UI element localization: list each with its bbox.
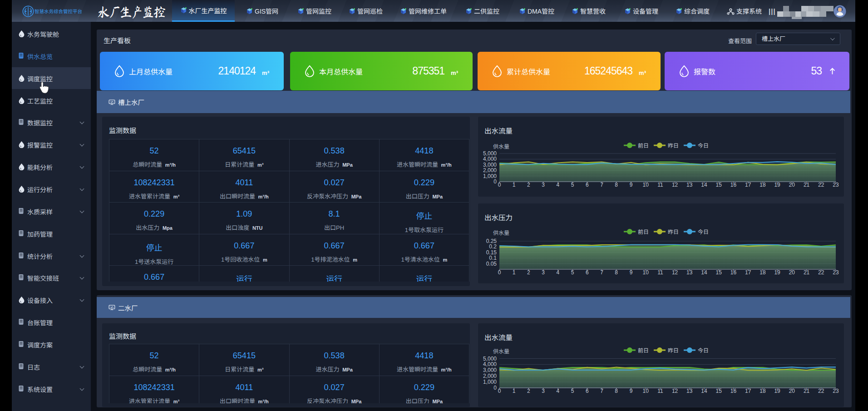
svg-text:12: 12	[672, 388, 678, 394]
svg-text:10: 10	[643, 182, 649, 188]
svg-text:今日: 今日	[698, 143, 709, 149]
svg-text:8: 8	[615, 388, 618, 394]
svg-text:8: 8	[615, 269, 618, 276]
svg-text:今日: 今日	[698, 229, 709, 235]
svg-text:11: 11	[657, 269, 663, 276]
svg-text:20: 20	[789, 269, 795, 276]
svg-text:1: 1	[513, 182, 516, 188]
svg-text:11: 11	[657, 182, 663, 188]
svg-text:23: 23	[833, 182, 839, 188]
svg-text:昨日: 昨日	[668, 229, 679, 235]
svg-text:7: 7	[600, 182, 603, 188]
svg-text:12: 12	[672, 269, 678, 276]
svg-text:9: 9	[630, 388, 633, 394]
svg-text:5: 5	[571, 269, 574, 276]
svg-text:1: 1	[513, 269, 516, 276]
svg-text:2: 2	[527, 182, 530, 188]
svg-text:12: 12	[672, 182, 678, 188]
svg-text:2: 2	[527, 269, 530, 276]
svg-text:8: 8	[615, 182, 618, 188]
svg-text:9: 9	[630, 269, 633, 276]
svg-text:前日: 前日	[638, 143, 649, 149]
svg-text:19: 19	[774, 388, 780, 394]
svg-text:前日: 前日	[638, 347, 649, 354]
svg-text:3: 3	[542, 182, 545, 188]
svg-text:15: 15	[716, 269, 722, 276]
svg-text:20: 20	[789, 182, 795, 188]
svg-text:2,000: 2,000	[483, 373, 497, 379]
svg-text:20: 20	[789, 388, 795, 394]
svg-text:19: 19	[774, 269, 780, 276]
svg-text:22: 22	[818, 388, 824, 394]
svg-text:19: 19	[774, 182, 780, 188]
svg-text:4: 4	[557, 388, 560, 394]
svg-text:2: 2	[527, 388, 530, 394]
svg-text:14: 14	[701, 182, 707, 188]
svg-text:7: 7	[600, 388, 603, 394]
svg-text:昨日: 昨日	[668, 347, 679, 354]
svg-text:23: 23	[833, 269, 839, 276]
svg-text:21: 21	[804, 269, 810, 276]
svg-text:16: 16	[730, 388, 737, 394]
svg-text:9: 9	[630, 182, 633, 188]
svg-text:3: 3	[542, 388, 545, 394]
svg-text:17: 17	[745, 388, 751, 394]
svg-text:0: 0	[493, 178, 497, 185]
svg-text:1: 1	[513, 388, 516, 394]
svg-text:4: 4	[557, 182, 560, 188]
svg-text:10: 10	[643, 388, 649, 394]
svg-text:13: 13	[686, 182, 693, 188]
svg-text:5,000: 5,000	[483, 356, 497, 362]
svg-text:5: 5	[571, 388, 574, 394]
svg-text:14: 14	[701, 269, 707, 276]
svg-text:10: 10	[643, 269, 649, 276]
svg-text:17: 17	[745, 269, 751, 276]
svg-text:今日: 今日	[698, 347, 709, 354]
svg-text:5: 5	[571, 182, 574, 188]
svg-text:6: 6	[586, 182, 589, 188]
svg-text:22: 22	[818, 269, 824, 276]
svg-text:15: 15	[716, 182, 722, 188]
svg-text:0: 0	[498, 182, 501, 188]
svg-text:4,000: 4,000	[483, 361, 497, 367]
svg-text:1,000: 1,000	[483, 379, 497, 385]
svg-text:17: 17	[745, 182, 751, 188]
svg-text:7: 7	[600, 269, 603, 276]
svg-text:昨日: 昨日	[668, 143, 679, 149]
svg-text:21: 21	[804, 388, 810, 394]
svg-text:11: 11	[657, 388, 663, 394]
svg-text:18: 18	[760, 182, 766, 188]
svg-text:6: 6	[586, 388, 589, 394]
svg-text:0: 0	[498, 388, 501, 394]
svg-text:6: 6	[586, 269, 589, 276]
svg-text:13: 13	[686, 388, 693, 394]
svg-text:前日: 前日	[638, 229, 649, 235]
svg-text:15: 15	[716, 388, 722, 394]
svg-text:0: 0	[498, 269, 501, 276]
svg-text:18: 18	[760, 269, 766, 276]
svg-text:18: 18	[760, 388, 766, 394]
svg-text:21: 21	[804, 182, 810, 188]
svg-text:23: 23	[833, 388, 839, 394]
svg-text:16: 16	[730, 182, 737, 188]
svg-text:0: 0	[493, 385, 497, 391]
svg-text:3: 3	[542, 269, 545, 276]
svg-text:14: 14	[701, 388, 707, 394]
svg-text:22: 22	[818, 182, 824, 188]
svg-text:4: 4	[557, 269, 560, 276]
svg-text:13: 13	[686, 269, 693, 276]
svg-text:0.05: 0.05	[486, 261, 497, 267]
svg-text:16: 16	[730, 269, 737, 276]
svg-text:3,000: 3,000	[483, 367, 497, 373]
